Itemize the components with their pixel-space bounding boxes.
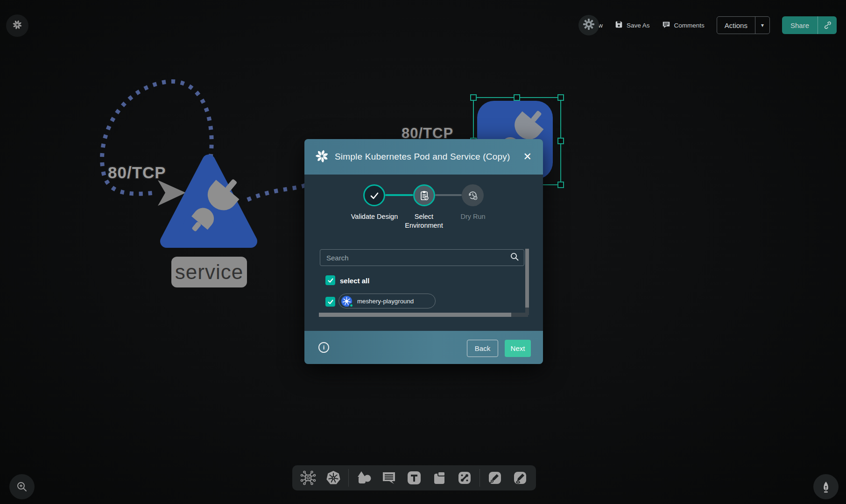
gear-icon [583, 18, 595, 32]
meshery-logo-icon [316, 150, 328, 164]
dock-divider [479, 469, 480, 487]
link-nodes-icon [457, 470, 472, 486]
share-label: Share [782, 21, 818, 29]
chevron-down-icon[interactable]: ▾ [755, 22, 769, 28]
freehand-draw-tool[interactable] [510, 468, 530, 488]
check-icon [327, 299, 334, 305]
modal-header: Simple Kubernetes Pod and Service (Copy)… [304, 139, 543, 175]
pinwheel-icon [12, 20, 22, 32]
horizontal-scrollbar[interactable] [319, 313, 528, 317]
save-icon [615, 21, 623, 30]
zoom-in-icon [16, 481, 28, 493]
comments-label: Comments [674, 22, 705, 29]
select-all-checkbox[interactable] [325, 275, 335, 285]
save-as-button[interactable]: Save As [615, 21, 650, 30]
environment-name: meshery-playground [357, 298, 414, 305]
comment-icon [381, 470, 397, 486]
step-label-validate-design: Validate Design [348, 212, 401, 221]
step-connector [385, 194, 413, 196]
environment-checkbox[interactable] [325, 297, 335, 307]
text-icon [406, 470, 422, 486]
connected-status-dot [349, 303, 353, 308]
step-label-select-environment: Select Environment [398, 212, 450, 230]
back-button[interactable]: Back [467, 340, 498, 357]
shapes-tool[interactable] [353, 468, 374, 488]
circuit-icon [300, 469, 317, 486]
deploy-design-modal: Simple Kubernetes Pod and Service (Copy)… [304, 139, 543, 364]
step-validate-design[interactable] [363, 184, 385, 206]
service-node-shape[interactable] [167, 161, 251, 241]
close-icon[interactable]: ✕ [523, 152, 532, 162]
comment-icon [662, 21, 670, 30]
relationship-tool[interactable] [454, 468, 475, 488]
scrollbar-thumb[interactable] [319, 313, 511, 317]
dry-run-history-icon [467, 189, 479, 201]
service-node-label: service [171, 257, 247, 287]
step-label-dry-run: Dry Run [447, 212, 499, 221]
shapes-icon [355, 469, 372, 486]
components-tool[interactable] [298, 468, 318, 488]
step-select-environment[interactable] [413, 184, 435, 206]
media-tool[interactable] [429, 468, 450, 488]
check-icon [369, 190, 380, 201]
vertical-scrollbar[interactable] [525, 249, 529, 315]
settings-button[interactable] [578, 15, 599, 35]
scrollbar-thumb[interactable] [525, 249, 529, 308]
next-button[interactable]: Next [505, 340, 531, 357]
kubernetes-helm-icon [325, 469, 342, 486]
text-tool[interactable] [404, 468, 424, 488]
modal-title: Simple Kubernetes Pod and Service (Copy) [335, 152, 510, 162]
image-icon [431, 470, 447, 486]
header-toolbar: New Save As Comments Actions ▾ Share [578, 14, 837, 36]
comment-tool[interactable] [379, 468, 399, 488]
dock-divider [348, 469, 349, 487]
share-button[interactable]: Share [782, 16, 837, 34]
clipboard-gear-icon [419, 190, 430, 201]
select-all-label: select all [340, 277, 369, 285]
pen-nib-icon [820, 481, 832, 493]
environment-chip[interactable]: meshery-playground [338, 294, 436, 308]
step-connector [435, 194, 462, 196]
meshery-design-app: 80/TCP 80/TCP service [0, 0, 846, 504]
actions-label: Actions [717, 21, 755, 29]
info-icon[interactable]: i [318, 342, 329, 353]
search-icon[interactable] [510, 252, 519, 263]
modal-footer: i Back Next [304, 331, 543, 364]
copy-link-button[interactable] [818, 16, 837, 34]
environment-search [320, 249, 524, 266]
annotate-pen-button[interactable] [813, 474, 839, 499]
check-icon [327, 277, 334, 284]
zoom-in-button[interactable] [9, 474, 35, 499]
pen-tool-icon [487, 470, 503, 486]
save-as-label: Save As [627, 22, 650, 29]
kubernetes-tool[interactable] [323, 468, 344, 488]
edge-port-label: 80/TCP [108, 163, 166, 182]
app-menu-button[interactable] [6, 14, 28, 37]
link-icon [823, 21, 832, 29]
pen-tool[interactable] [485, 468, 505, 488]
canvas-tool-dock [292, 465, 536, 490]
search-input[interactable] [320, 254, 510, 262]
step-dry-run[interactable] [462, 184, 484, 206]
comments-button[interactable]: Comments [662, 21, 705, 30]
kubernetes-icon [341, 295, 352, 307]
actions-button[interactable]: Actions ▾ [717, 16, 770, 34]
pencil-scribble-icon [512, 470, 528, 486]
